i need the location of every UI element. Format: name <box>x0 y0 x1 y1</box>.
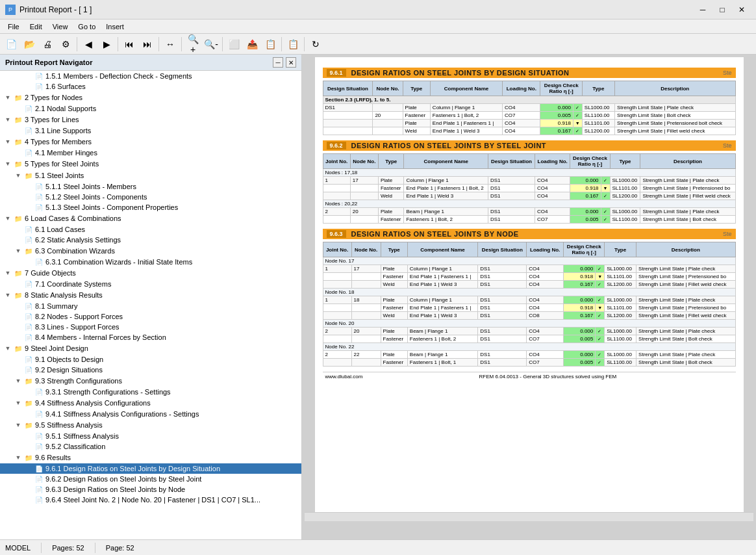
tree-item-9_4_1[interactable]: 📄9.4.1 Stiffness Analysis Configurations… <box>0 409 301 419</box>
tree-toggle-6[interactable]: ▼ <box>3 213 13 224</box>
maximize-button[interactable]: □ <box>713 3 731 17</box>
tree-item-5_1_3[interactable]: 📄5.1.3 Steel Joints - Component Properti… <box>0 202 301 213</box>
tree-item-9_6_4[interactable]: 📄9.6.4 Steel Joint No. 2 | Node No. 20 |… <box>0 495 301 505</box>
tree-item-9[interactable]: ▼📁9 Steel Joint Design <box>0 342 301 354</box>
tree-item-1_5_1[interactable]: 📄1.5.1 Members - Deflection Check - Segm… <box>0 71 301 81</box>
tree-item-7[interactable]: ▼📁7 Guide Objects <box>0 267 301 279</box>
tree-toggle-9[interactable]: ▼ <box>3 343 13 354</box>
tree-item-3_1[interactable]: 📄3.1 Line Supports <box>0 125 301 136</box>
tree-toggle-6_3[interactable]: ▼ <box>13 246 23 256</box>
properties-button[interactable]: ⚙ <box>57 36 74 53</box>
new-button[interactable]: 📄 <box>3 36 19 53</box>
th-loading-no: Loading No. <box>503 81 540 96</box>
tree-toggle-8[interactable]: ▼ <box>3 290 13 300</box>
tree-toggle-7[interactable]: ▼ <box>3 268 13 278</box>
tree-label-8_3: 8.3 Lines - Support Forces <box>35 323 120 331</box>
tree-item-9_6[interactable]: ▼📁9.6 Results <box>0 452 301 463</box>
tree-item-5[interactable]: ▼📁5 Types for Steel Joints <box>0 158 301 170</box>
tree-item-1_6[interactable]: 📄1.6 Surfaces <box>0 81 301 92</box>
tree-item-6_1[interactable]: 📄6.1 Load Cases <box>0 224 301 235</box>
tree-item-9_6_3[interactable]: 📄9.6.3 Design Ratios on Steel Joints by … <box>0 484 301 495</box>
tree-label-5_1_3: 5.1.3 Steel Joints - Component Propertie… <box>45 203 178 211</box>
tree-item-8_3[interactable]: 📄8.3 Lines - Support Forces <box>0 322 301 332</box>
tree-item-9_5_2[interactable]: 📄9.5.2 Classification <box>0 441 301 452</box>
tree-item-6[interactable]: ▼📁6 Load Cases & Combinations <box>0 213 301 224</box>
tree-item-9_3_1[interactable]: 📄9.3.1 Strength Configurations - Setting… <box>0 387 301 397</box>
tree-toggle-4[interactable]: ▼ <box>3 136 13 147</box>
print-button[interactable]: 🖨 <box>39 36 56 53</box>
zoom-in-button[interactable]: 🔍+ <box>184 36 201 53</box>
menu-goto[interactable]: Go to <box>73 21 101 32</box>
menu-insert[interactable]: Insert <box>101 21 129 32</box>
open-button[interactable]: 📂 <box>21 36 38 53</box>
panel-minimize-btn[interactable]: ─ <box>273 57 283 68</box>
document-icon: 📄 <box>34 474 44 484</box>
tree-toggle-9_6[interactable]: ▼ <box>13 452 23 463</box>
tree-item-6_3[interactable]: ▼📁6.3 Combination Wizards <box>0 245 301 257</box>
filter-button[interactable]: 📋 <box>262 36 279 53</box>
tree-item-5_1[interactable]: ▼📁5.1 Steel Joints <box>0 170 301 181</box>
tree-item-7_1[interactable]: 📄7.1 Coordinate Systems <box>0 279 301 289</box>
first-page-button[interactable]: ⏮ <box>121 36 138 53</box>
tree-item-8_2[interactable]: 📄8.2 Nodes - Support Forces <box>0 311 301 322</box>
navigate-button[interactable]: ↔ <box>162 36 179 53</box>
tree-item-6_3_1[interactable]: 📄6.3.1 Combination Wizards - Initial Sta… <box>0 257 301 267</box>
menu-edit[interactable]: Edit <box>25 21 47 32</box>
tree-item-9_5_1[interactable]: 📄9.5.1 Stiffness Analysis <box>0 431 301 441</box>
tree-item-9_6_2[interactable]: 📄9.6.2 Design Ratios on Steel Joints by … <box>0 474 301 484</box>
th-design-situation: Design Situation <box>323 81 373 96</box>
horizontal-scrollbar[interactable] <box>305 512 753 521</box>
copy2-button[interactable]: 📋 <box>284 36 301 53</box>
next-page-button[interactable]: ▶ <box>98 36 115 53</box>
th-type: Type <box>403 81 430 96</box>
tree-item-9_5[interactable]: ▼📁9.5 Stiffness Analysis <box>0 419 301 431</box>
right-panel[interactable]: 9.6.1 DESIGN RATIOS ON STEEL JOINTS BY D… <box>302 55 756 539</box>
menu-file[interactable]: File <box>3 21 25 32</box>
close-button[interactable]: ✕ <box>733 3 751 17</box>
tree-item-8_4[interactable]: 📄8.4 Members - Internal Forces by Sectio… <box>0 332 301 342</box>
tree-item-9_1[interactable]: 📄9.1 Objects to Design <box>0 354 301 365</box>
tree-item-9_3[interactable]: ▼📁9.3 Strength Configurations <box>0 375 301 387</box>
table-row: Nodes : 20,22 <box>323 200 735 208</box>
tree-item-2[interactable]: ▼📁2 Types for Nodes <box>0 92 301 103</box>
th962-component: Component Name <box>404 154 488 169</box>
tree-item-2_1[interactable]: 📄2.1 Nodal Supports <box>0 103 301 114</box>
refresh-button[interactable]: ↻ <box>307 36 324 53</box>
tree-toggle-9_5[interactable]: ▼ <box>13 420 23 430</box>
tree-label-1_6: 1.6 Surfaces <box>45 83 86 90</box>
tree-item-3[interactable]: ▼📁3 Types for Lines <box>0 114 301 125</box>
tree-item-9_2[interactable]: 📄9.2 Design Situations <box>0 365 301 375</box>
tree-toggle-2[interactable]: ▼ <box>3 92 13 103</box>
menu-view[interactable]: View <box>47 21 73 32</box>
tree-item-6_2[interactable]: 📄6.2 Static Analysis Settings <box>0 235 301 245</box>
tree-item-9_6_1[interactable]: 📄9.6.1 Design Ratios on Steel Joints by … <box>0 463 301 474</box>
tree-item-9_4[interactable]: ▼📁9.4 Stiffness Analysis Configurations <box>0 397 301 409</box>
folder-icon: 📁 <box>13 159 23 168</box>
tree-item-5_1_1[interactable]: 📄5.1.1 Steel Joints - Members <box>0 181 301 192</box>
last-page-button[interactable]: ⏭ <box>139 36 156 53</box>
panel-close-btn[interactable]: ✕ <box>286 57 296 68</box>
th-component-name: Component Name <box>430 81 502 96</box>
tree-toggle-3[interactable]: ▼ <box>3 114 13 125</box>
tree-toggle-5_1[interactable]: ▼ <box>13 170 23 181</box>
status-sep2 <box>95 543 95 553</box>
tree-toggle-5[interactable]: ▼ <box>3 159 13 169</box>
tree-container[interactable]: 📄1.5.1 Members - Deflection Check - Segm… <box>0 71 301 539</box>
tree-item-8_1[interactable]: 📄8.1 Summary <box>0 301 301 311</box>
prev-page-button[interactable]: ◀ <box>80 36 97 53</box>
minimize-button[interactable]: ─ <box>694 3 712 17</box>
copy-button[interactable]: ⬜ <box>225 36 242 53</box>
th963-checktype: Type <box>605 242 636 257</box>
report-page: 9.6.1 DESIGN RATIOS ON STEEL JOINTS BY D… <box>315 57 744 512</box>
status-sep1 <box>41 543 42 553</box>
zoom-out-button[interactable]: 🔍- <box>203 36 220 53</box>
tree-item-4_1[interactable]: 📄4.1 Member Hinges <box>0 148 301 158</box>
report-footer: www.dlubal.com RFEM 6.04.0013 - General … <box>323 372 736 381</box>
folder-icon: 📁 <box>23 420 34 430</box>
export-button[interactable]: 📤 <box>244 36 260 53</box>
tree-toggle-9_3[interactable]: ▼ <box>13 376 23 386</box>
tree-item-5_1_2[interactable]: 📄5.1.2 Steel Joints - Components <box>0 192 301 202</box>
tree-item-4[interactable]: ▼📁4 Types for Members <box>0 136 301 148</box>
tree-item-8[interactable]: ▼📁8 Static Analysis Results <box>0 289 301 301</box>
tree-toggle-9_4[interactable]: ▼ <box>13 398 23 408</box>
